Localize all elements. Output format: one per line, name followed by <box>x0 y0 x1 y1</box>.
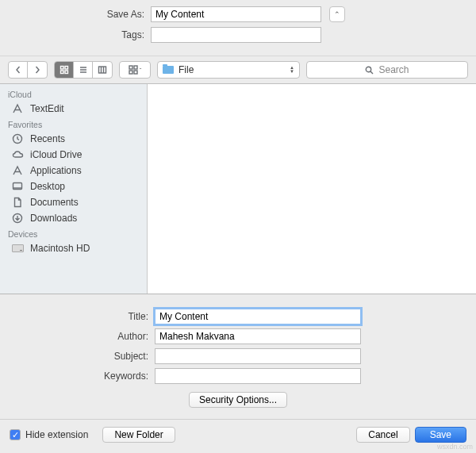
back-button[interactable] <box>9 62 28 78</box>
sidebar-item-icloud-drive[interactable]: iCloud Drive <box>0 147 147 163</box>
tags-input[interactable] <box>151 27 321 43</box>
collapse-button[interactable]: ⌃ <box>329 6 345 22</box>
path-popup[interactable]: File ▲▼ <box>157 61 300 79</box>
svg-rect-0 <box>60 67 63 70</box>
toolbar: ˇ File ▲▼ Search <box>0 56 476 84</box>
nav-back-forward <box>8 61 48 79</box>
apps-icon <box>11 165 24 176</box>
clock-icon <box>11 133 24 144</box>
author-label: Author: <box>0 331 155 342</box>
sidebar-item-macintosh-hd[interactable]: Macintosh HD <box>0 240 147 256</box>
hd-icon <box>11 244 24 252</box>
svg-rect-12 <box>129 71 132 74</box>
svg-rect-13 <box>134 71 137 74</box>
svg-rect-1 <box>65 67 68 70</box>
chevron-up-icon: ⌃ <box>334 10 340 18</box>
save-as-input[interactable] <box>151 6 321 22</box>
sidebar-section-icloud: iCloud <box>0 86 147 101</box>
textedit-icon <box>11 103 24 114</box>
svg-point-14 <box>367 67 371 71</box>
browser-area: iCloud TextEdit Favorites Recents iCloud… <box>0 84 476 294</box>
search-field[interactable]: Search <box>306 61 468 79</box>
footer: ✓ Hide extension New Folder Cancel Save <box>0 420 476 450</box>
sidebar: iCloud TextEdit Favorites Recents iCloud… <box>0 84 148 294</box>
forward-button[interactable] <box>28 62 47 78</box>
save-button[interactable]: Save <box>415 427 466 443</box>
folder-icon <box>163 66 174 74</box>
svg-rect-10 <box>129 66 132 69</box>
svg-rect-2 <box>60 71 63 74</box>
save-as-label: Save As: <box>0 9 151 20</box>
icon-view-button[interactable] <box>55 62 74 78</box>
sidebar-item-label: Documents <box>30 197 79 208</box>
sidebar-item-desktop[interactable]: Desktop <box>0 179 147 194</box>
sidebar-item-label: Recents <box>30 133 65 144</box>
svg-line-15 <box>370 71 373 74</box>
security-options-button[interactable]: Security Options... <box>189 392 287 408</box>
download-icon <box>11 213 24 224</box>
save-header: Save As: ⌃ Tags: <box>0 0 476 56</box>
cancel-button[interactable]: Cancel <box>356 427 409 443</box>
search-placeholder: Search <box>378 64 409 75</box>
group-by-button[interactable]: ˇ <box>120 62 150 78</box>
sidebar-item-label: Applications <box>30 165 82 176</box>
svg-rect-11 <box>134 66 137 69</box>
metadata-form: Title: Author: Subject: Keywords: Securi… <box>0 294 476 420</box>
view-switcher <box>54 61 113 79</box>
path-label: File <box>178 64 194 75</box>
keywords-label: Keywords: <box>0 370 155 382</box>
sidebar-item-label: TextEdit <box>30 103 64 114</box>
column-view-button[interactable] <box>93 62 112 78</box>
subject-input[interactable] <box>155 348 361 364</box>
group-by: ˇ <box>119 61 151 79</box>
updown-icon: ▲▼ <box>290 66 294 74</box>
cloud-icon <box>11 149 24 160</box>
new-folder-button[interactable]: New Folder <box>102 427 175 443</box>
sidebar-section-devices: Devices <box>0 226 147 240</box>
svg-rect-7 <box>99 67 106 73</box>
file-list[interactable] <box>148 84 476 294</box>
subject-label: Subject: <box>0 351 155 362</box>
svg-rect-3 <box>65 71 68 74</box>
sidebar-item-documents[interactable]: Documents <box>0 194 147 210</box>
keywords-input[interactable] <box>155 368 361 384</box>
sidebar-item-applications[interactable]: Applications <box>0 163 147 179</box>
author-input[interactable] <box>155 328 361 344</box>
sidebar-item-label: Desktop <box>30 181 65 192</box>
sidebar-item-label: iCloud Drive <box>30 149 82 160</box>
list-view-button[interactable] <box>74 62 93 78</box>
sidebar-section-favorites: Favorites <box>0 117 147 131</box>
sidebar-item-recents[interactable]: Recents <box>0 131 147 147</box>
doc-icon <box>11 197 24 208</box>
hide-extension-label: Hide extension <box>25 429 88 440</box>
sidebar-item-label: Macintosh HD <box>30 243 90 254</box>
search-icon <box>365 66 374 75</box>
title-input[interactable] <box>155 309 361 324</box>
chevron-down-icon: ˇ <box>140 67 142 74</box>
sidebar-item-downloads[interactable]: Downloads <box>0 210 147 226</box>
hide-extension-checkbox[interactable]: ✓ Hide extension <box>10 429 88 440</box>
tags-label: Tags: <box>0 29 151 40</box>
sidebar-item-textedit[interactable]: TextEdit <box>0 101 147 117</box>
title-label: Title: <box>0 311 155 322</box>
sidebar-item-label: Downloads <box>30 213 77 224</box>
desktop-icon <box>11 181 24 192</box>
check-icon: ✓ <box>10 429 21 440</box>
